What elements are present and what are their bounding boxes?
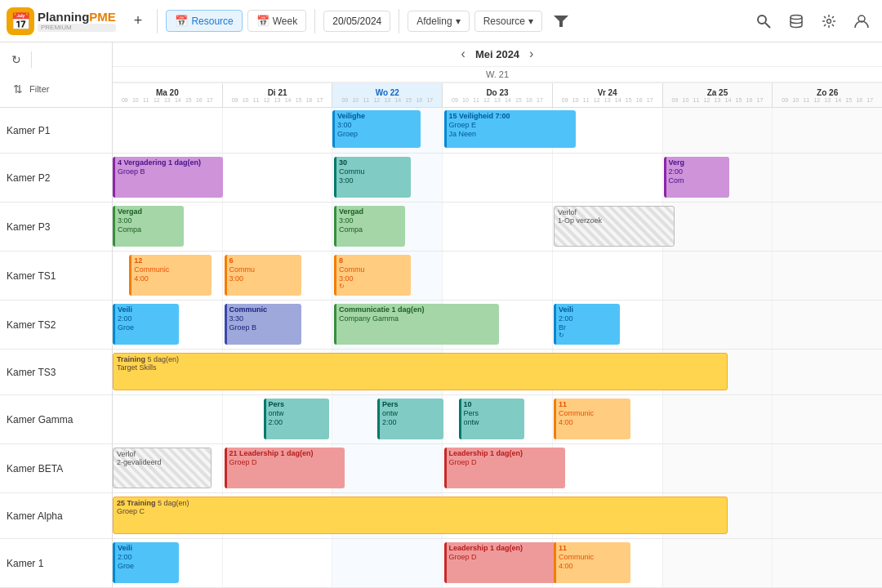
resource-tab-btn[interactable]: 📅 Resource [166, 10, 242, 32]
resource-row-p3: Kamer P3 [0, 203, 112, 252]
database-button[interactable] [782, 7, 810, 35]
day-header-za25: Za 25 09 10 11 12 13 14 15 16 17 [663, 83, 773, 107]
day-col-wo [332, 444, 443, 492]
main-content: ↻ ⇅ Filter Kamer P1 Kamer P2 Kamer P3 Ka… [0, 42, 882, 588]
user-button[interactable] [848, 7, 875, 35]
event-vergad-p3-wo[interactable]: Vergad 3:00 Compa [334, 206, 405, 247]
user-icon [854, 14, 869, 29]
event-vergadering-p2-ma[interactable]: 4 Vergadering 1 dag(en) Groep B [113, 157, 223, 198]
event-leadership-kamer1-do[interactable]: Leadership 1 dag(en) Groep D [444, 542, 565, 583]
event-persontw-gamma-di[interactable]: Pers ontw 2:00 [264, 399, 330, 439]
time-labels: 09 10 11 12 13 14 15 16 17 [780, 97, 875, 103]
event-title: 15 Veiligheid 7:00 [449, 112, 573, 121]
sidebar-controls: ↻ [7, 50, 105, 69]
premium-badge: PREMIUM [38, 24, 116, 32]
time-labels: 09 10 11 12 13 14 15 16 17 [450, 97, 546, 103]
event-title: Verlof [558, 208, 670, 216]
event-11communic-gamma-vr[interactable]: 11 Communic 4:00 [554, 399, 630, 439]
event-title: 4 Vergadering 1 dag(en) [118, 158, 220, 167]
event-11communic-kamer1-vr[interactable]: 11 Communic 4:00 [554, 542, 630, 583]
event-sub: Com [669, 176, 728, 185]
day-col-do [443, 252, 553, 300]
event-veiligheid-p1-wo[interactable]: Veilighe 3:00 Groep [332, 110, 421, 148]
filter-button[interactable] [547, 7, 575, 35]
date-navigator: 20/05/2024 [323, 11, 390, 32]
cal-row-p3: Vergad 3:00 Compa Vergad 3:00 Compa Verl… [113, 203, 882, 252]
event-title: Veili [118, 544, 176, 553]
resource-row-p1: Kamer P1 [0, 108, 112, 154]
month-row: ‹ Mei 2024 › [113, 42, 882, 67]
event-title: Pers [382, 400, 441, 409]
app-logo: 📅 PlanningPME PREMIUM [7, 7, 116, 35]
event-commu-ts1-wo[interactable]: 8 Commu 3:00 ↻ [334, 255, 411, 296]
event-sub: ontw [269, 409, 327, 418]
refresh-button[interactable]: ↻ [7, 50, 26, 69]
svg-point-3 [791, 15, 802, 19]
logo-icon: 📅 [7, 7, 34, 35]
event-persontw-gamma-wo[interactable]: Pers ontw 2:00 [377, 399, 443, 439]
event-title: Training 5 dag(en) [117, 355, 724, 363]
resource-name: Kamer Alpha [7, 510, 63, 522]
event-veili-ts2-ma[interactable]: Veili 2:00 Groe [113, 304, 179, 345]
event-title: 6 [229, 256, 299, 265]
day-label: Za 25 [707, 88, 728, 97]
add-button[interactable]: + [127, 9, 149, 33]
event-communic-ts2-di[interactable]: Communic 3:30 Groep B [225, 304, 301, 345]
resource-row-ts2: Kamer TS2 [0, 301, 112, 350]
chevron-down-icon: ▾ [456, 16, 461, 27]
resource-row-beta: Kamer BETA [0, 444, 112, 493]
event-title: 11 [559, 544, 628, 553]
event-leadership-beta-do[interactable]: Leadership 1 dag(en) Groep D [444, 448, 565, 488]
day-col-do [443, 154, 553, 202]
event-10persontw-gamma-do[interactable]: 10 Pers ontw [459, 399, 525, 439]
event-verlof-p3-vr[interactable]: Verlof 1-Op verzoek [554, 206, 675, 247]
calendar-header: ‹ Mei 2024 › W. 21 Ma 20 09 10 11 12 13 [113, 42, 882, 108]
event-title: 8 [339, 256, 408, 265]
group-dropdown[interactable]: Afdeling ▾ [408, 11, 469, 32]
resource-dropdown[interactable]: Resource ▾ [474, 11, 542, 32]
cal-row-beta: Verlof 2-gevalideerd 21 Leadership 1 dag… [113, 444, 882, 493]
event-vergad-p3-ma[interactable]: Vergad 3:00 Compa [113, 206, 184, 247]
event-time: 2:00 [669, 167, 728, 176]
event-veili-ts2-vr[interactable]: Veili 2:00 Br ↻ [554, 304, 620, 345]
event-time: 3:00 [229, 274, 299, 283]
event-time: 2:00 [559, 314, 617, 323]
event-title: Vergad [118, 207, 181, 216]
day-col-za [663, 252, 773, 300]
event-title: 30 [339, 158, 408, 167]
event-veili-kamer1-ma[interactable]: Veili 2:00 Groe [113, 542, 179, 583]
day-col-zo [773, 252, 882, 300]
event-verlof-beta-ma[interactable]: Verlof 2-gevalideerd [113, 448, 212, 488]
week-tab-btn[interactable]: 📅 Week [247, 10, 306, 32]
day-col-zo [773, 203, 882, 251]
search-button[interactable] [750, 7, 777, 35]
calendar-area: ‹ Mei 2024 › W. 21 Ma 20 09 10 11 12 13 [113, 42, 882, 588]
cal-row-kamer1: Veili 2:00 Groe Leadership 1 dag(en) Gro… [113, 539, 882, 588]
event-title: Veili [559, 305, 617, 314]
event-detail: Ja Neen [449, 130, 573, 139]
day-col-vr [553, 252, 663, 300]
next-btn[interactable]: › [529, 47, 533, 61]
resource-row-ts1: Kamer TS1 [0, 252, 112, 301]
sort-icon: ⇅ [13, 82, 23, 96]
resource-row-p2: Kamer P2 [0, 154, 112, 203]
cal-row-p1: Veilighe 3:00 Groep 15 Veiligheid 7:00 G… [113, 108, 882, 154]
event-communic-ts1-ma[interactable]: 12 Communic 4:00 [129, 255, 212, 296]
day-col-do [443, 203, 553, 251]
event-training-alpha[interactable]: 25 Training 5 dag(en) Groep C [113, 497, 728, 534]
event-communicatie-ts2-wo[interactable]: Communicatie 1 dag(en) Company Gamma [334, 304, 499, 345]
event-commu-p2-wo[interactable]: 30 Commu 3:00 [334, 157, 411, 198]
event-commu-ts1-di[interactable]: 6 Commu 3:00 [225, 255, 301, 296]
settings-button[interactable] [815, 7, 843, 35]
event-veiligheid-p1-do[interactable]: 15 Veiligheid 7:00 Groep E Ja Neen [444, 110, 576, 148]
day-header-di21: Di 21 09 10 11 12 13 14 15 16 17 [223, 83, 333, 107]
event-sub: Groep E [449, 121, 573, 130]
event-leadership-beta-di[interactable]: 21 Leadership 1 dag(en) Groep D [225, 448, 345, 488]
prev-btn[interactable]: ‹ [461, 47, 466, 61]
month-label: Mei 2024 [475, 48, 519, 60]
divider-3 [399, 9, 399, 33]
event-verg-p2-za[interactable]: Verg 2:00 Com [664, 157, 730, 198]
event-training-ts3[interactable]: Training 5 dag(en) Target Skills [113, 353, 728, 390]
cal-row-ts3: Training 5 dag(en) Target Skills [113, 350, 882, 395]
app-header: 📅 PlanningPME PREMIUM + 📅 Resource 📅 Wee… [0, 0, 882, 42]
